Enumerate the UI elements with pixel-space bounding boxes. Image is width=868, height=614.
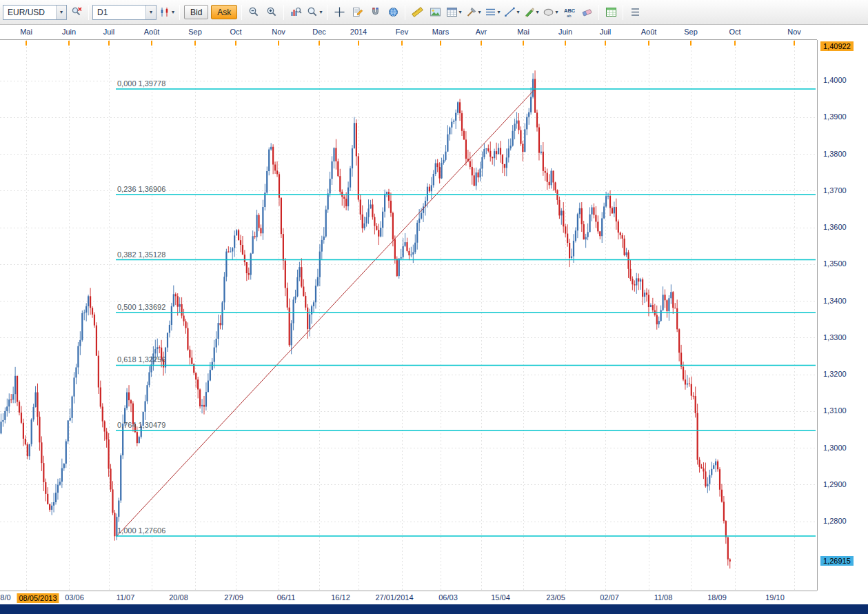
candlesticks xyxy=(0,70,730,568)
price-tick-label: 1,4000 xyxy=(823,76,847,84)
price-tick-label: 1,2800 xyxy=(823,517,847,525)
price-axis[interactable]: 1,40001,39001,38001,37001,36001,35001,34… xyxy=(817,25,868,604)
grid-settings-button[interactable]: ▾ xyxy=(445,4,463,21)
symbol-combo[interactable]: EUR/USD▾ xyxy=(3,5,67,20)
ask-button[interactable]: Ask xyxy=(211,5,237,19)
month-label: Fev xyxy=(396,28,408,36)
month-label: Mai xyxy=(20,28,32,36)
month-label: Nov xyxy=(272,28,285,36)
chevron-down-icon[interactable]: ▾ xyxy=(56,6,66,19)
fib-label: 0,500 1,33692 xyxy=(117,303,165,311)
candles-icon xyxy=(159,6,171,18)
zoom-out-button[interactable] xyxy=(245,4,262,21)
chevron-down-icon: ▾ xyxy=(555,9,558,15)
date-label: 02/07 xyxy=(600,593,619,602)
chart-type-button[interactable]: ▾ xyxy=(158,4,176,21)
toolbar-separator xyxy=(598,5,599,20)
ellipse-icon xyxy=(543,6,554,18)
axe-icon xyxy=(465,6,477,18)
list-icon xyxy=(629,6,641,18)
trend-icon xyxy=(504,6,516,18)
fib-label: 0,236 1,36906 xyxy=(117,185,165,193)
date-label: 23/05 xyxy=(546,593,565,602)
price-tick-label: 1,3800 xyxy=(823,150,847,158)
toolbar-separator xyxy=(283,5,284,20)
symbol-search-button[interactable] xyxy=(68,4,85,21)
annotation-button[interactable] xyxy=(349,4,365,21)
date-label: 20/08 xyxy=(169,593,188,602)
toolbar-separator xyxy=(327,5,327,20)
magnifier-menu-button[interactable]: ▾ xyxy=(305,4,323,21)
timeframe-combo[interactable]: D1▾ xyxy=(92,5,157,20)
chevron-down-icon: ▾ xyxy=(458,9,461,15)
month-label: Dec xyxy=(312,28,326,36)
month-label: Oct xyxy=(230,28,241,36)
price-chart[interactable]: 0,000 1,397780,236 1,369060,382 1,351280… xyxy=(0,40,817,591)
freehand-draw-button[interactable]: ▾ xyxy=(522,4,540,21)
fib-label: 0,000 1,39778 xyxy=(117,79,165,88)
zoom-area-button[interactable] xyxy=(287,4,304,21)
date-label: 16/12 xyxy=(331,593,350,602)
fib-label: 0,764 1,30479 xyxy=(117,421,165,429)
date-label: 06/03 xyxy=(438,593,458,602)
chevron-down-icon: ▾ xyxy=(319,9,322,15)
price-tick-label: 1,3100 xyxy=(823,406,847,415)
date-label: 06/11 xyxy=(277,593,296,602)
chevron-down-icon[interactable]: ▾ xyxy=(145,6,156,19)
magnet-button[interactable] xyxy=(367,4,383,21)
quotes-table-button[interactable] xyxy=(603,4,619,21)
symbol-combo-value: EUR/USD xyxy=(3,6,56,19)
window-list-button[interactable] xyxy=(627,4,643,21)
ruler-button[interactable] xyxy=(409,4,425,21)
price-tick-label: 1,3900 xyxy=(823,112,847,121)
price-tick-label: 1,2900 xyxy=(823,480,847,488)
fib-label: 1,000 1,27606 xyxy=(117,526,165,535)
price-tick-label: 1,3400 xyxy=(823,297,847,305)
date-label: 27/09 xyxy=(224,593,243,602)
web-news-button[interactable] xyxy=(385,4,401,21)
pencil-green-icon xyxy=(523,6,535,18)
drawing-tools-button[interactable]: ▾ xyxy=(464,4,482,21)
toolbar-separator xyxy=(179,5,180,20)
date-axis: 8/008/05/201303/0611/0720/0827/0906/1116… xyxy=(0,591,817,604)
price-tick-label: 1,3200 xyxy=(823,370,847,378)
month-axis: MaiJuinJuilAoûtSepOctNovDec2014FevMarsAv… xyxy=(0,25,817,40)
image-icon xyxy=(430,6,441,18)
table-green-icon xyxy=(605,6,617,18)
price-tick-label: 1,3600 xyxy=(823,223,847,231)
chevron-down-icon: ▾ xyxy=(536,9,538,15)
month-label: Mai xyxy=(517,28,529,36)
chevron-down-icon: ▾ xyxy=(516,9,519,15)
zoom-in-button[interactable] xyxy=(263,4,280,21)
background-image-button[interactable] xyxy=(427,4,443,21)
chart-plot-area[interactable]: 0,000 1,397780,236 1,369060,382 1,351280… xyxy=(0,40,817,591)
date-label: 15/04 xyxy=(491,593,510,602)
eraser-button[interactable] xyxy=(578,4,595,21)
trendline-tools-button[interactable]: ▾ xyxy=(503,4,521,21)
selected-date-badge: 08/05/2013 xyxy=(17,593,59,603)
zoom-chart-icon xyxy=(290,6,302,18)
month-label: 2014 xyxy=(350,28,367,36)
search-icon xyxy=(307,6,319,18)
text-label-button[interactable]: ABCab xyxy=(561,4,577,21)
note-icon xyxy=(352,6,363,18)
shapes-button[interactable]: ▾ xyxy=(541,4,559,21)
month-label: Juil xyxy=(103,28,115,36)
text-abc-icon: ABCab xyxy=(563,6,575,18)
month-label: Nov xyxy=(787,28,801,36)
month-label: Avr xyxy=(476,28,487,36)
horizontal-levels-button[interactable]: ▾ xyxy=(483,4,501,21)
date-label: 19/10 xyxy=(765,593,785,602)
grid-cal-icon xyxy=(446,6,458,18)
ruler-icon xyxy=(412,6,423,18)
month-label: Oct xyxy=(729,28,740,36)
month-label: Août xyxy=(641,28,657,36)
bid-button[interactable]: Bid xyxy=(184,5,208,19)
price-tick-label: 1,3000 xyxy=(823,444,847,452)
hlines-icon xyxy=(485,6,496,18)
svg-text:ab: ab xyxy=(567,14,572,18)
high-price-badge: 1,40922 xyxy=(820,41,854,51)
toolbar-separator xyxy=(405,5,405,20)
date-label: 11/08 xyxy=(654,593,673,602)
crosshair-button[interactable] xyxy=(331,4,347,21)
